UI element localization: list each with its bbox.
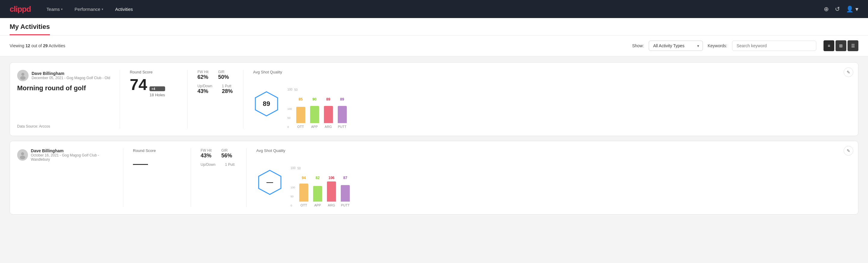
stat-1putt-value: 28% bbox=[222, 88, 233, 94]
bar-label: PUTT bbox=[338, 125, 346, 128]
viewing-count: 12 bbox=[26, 43, 30, 48]
bar-label: PUTT bbox=[341, 203, 350, 207]
card-divider-3 bbox=[243, 70, 243, 128]
card-left: Dave Billingham October 16, 2021 - Gog M… bbox=[17, 148, 114, 207]
avg-shot-quality-label: Avg Shot Quality bbox=[256, 148, 285, 153]
edit-button[interactable]: ✎ bbox=[844, 67, 853, 77]
card-user: Dave Billingham December 05, 2021 - Gog … bbox=[17, 70, 110, 81]
activity-card: Dave Billingham October 16, 2021 - Gog M… bbox=[10, 141, 858, 214]
avg-shot-quality-label: Avg Shot Quality bbox=[253, 70, 282, 74]
stat-fw-hit-value: 62% bbox=[197, 74, 209, 80]
hexagon-container: — bbox=[256, 169, 283, 196]
card-quality: Avg Shot Quality — 100 50 100 bbox=[256, 148, 851, 207]
bar-value: 89 bbox=[326, 97, 330, 101]
nav-teams[interactable]: Teams ▾ bbox=[45, 4, 64, 14]
card-score: Round Score bbox=[133, 148, 181, 207]
stat-gir: GIR 50% bbox=[218, 70, 229, 80]
bar-group: 87 PUTT bbox=[341, 176, 350, 207]
nav-performance-label: Performance bbox=[74, 7, 100, 12]
user-date: October 16, 2021 - Gog Magog Golf Club -… bbox=[31, 153, 114, 162]
svg-text:89: 89 bbox=[263, 100, 270, 108]
stat-1putt: 1 Putt bbox=[225, 163, 234, 167]
activities-container: Dave Billingham December 05, 2021 - Gog … bbox=[0, 56, 868, 221]
user-date: December 05, 2021 - Gog Magog Golf Club … bbox=[32, 76, 110, 80]
stat-fw-hit: FW Hit 62% bbox=[197, 70, 209, 80]
card-divider-2 bbox=[187, 70, 188, 128]
show-label: Show: bbox=[632, 43, 644, 48]
page-header: My Activities bbox=[0, 18, 868, 35]
bar-chart: 94 OTT 82 APP 106 ARG bbox=[297, 180, 352, 207]
stats-row-1: FW Hit 62% GIR 50% bbox=[197, 70, 234, 80]
stats-row-2: Up/Down 43% 1 Putt 28% bbox=[197, 84, 234, 94]
hexagon-svg: — bbox=[256, 169, 283, 196]
grid-view-button[interactable]: ⊞ bbox=[836, 40, 846, 51]
bar-value: 87 bbox=[343, 176, 347, 180]
bar-group: 94 OTT bbox=[299, 176, 308, 207]
viewing-count-text: Viewing 12 out of 29 Activities bbox=[10, 43, 625, 48]
view-buttons: ≡ ⊞ ☰ bbox=[824, 40, 858, 51]
bar-value: 106 bbox=[329, 176, 335, 180]
toolbar: Viewing 12 out of 29 Activities Show: Al… bbox=[0, 35, 868, 56]
refresh-icon[interactable]: ↺ bbox=[835, 5, 840, 12]
quality-section: — 100 50 100 50 0 bbox=[256, 158, 851, 207]
bar-value: 89 bbox=[340, 97, 344, 101]
nav-performance[interactable]: Performance ▾ bbox=[73, 4, 104, 14]
list-full-icon: ☰ bbox=[851, 43, 855, 48]
stat-gir-value: 56% bbox=[221, 152, 232, 159]
stat-gir-label: GIR bbox=[221, 148, 232, 152]
stat-gir-value: 50% bbox=[218, 74, 229, 80]
svg-point-5 bbox=[20, 155, 25, 159]
nav-activities[interactable]: Activities bbox=[114, 4, 134, 14]
user-name: Dave Billingham bbox=[31, 148, 114, 153]
activity-type-dropdown-wrapper: All Activity Types bbox=[649, 40, 703, 51]
bar-group: 106 ARG bbox=[327, 176, 336, 207]
bar-label: APP bbox=[314, 203, 321, 207]
stat-fw-hit-value: 43% bbox=[200, 152, 212, 159]
card-left: Dave Billingham December 05, 2021 - Gog … bbox=[17, 70, 110, 128]
user-info: Dave Billingham October 16, 2021 - Gog M… bbox=[31, 148, 114, 162]
card-title: Morning round of golf bbox=[17, 84, 110, 92]
score-holes: 18 Holes bbox=[150, 93, 165, 97]
list-compact-view-button[interactable]: ≡ bbox=[824, 40, 834, 51]
stat-updown-label: Up/Down bbox=[197, 84, 212, 88]
bar-label: OTT bbox=[298, 125, 304, 128]
svg-text:—: — bbox=[267, 178, 273, 186]
svg-point-0 bbox=[21, 73, 24, 76]
add-icon[interactable]: ⊕ bbox=[824, 5, 829, 12]
edit-button[interactable]: ✎ bbox=[844, 146, 853, 155]
avatar bbox=[17, 149, 28, 161]
hexagon-svg: 89 bbox=[253, 90, 280, 117]
bar-value: 90 bbox=[312, 97, 316, 101]
stat-updown-value: 43% bbox=[197, 88, 212, 94]
stats-row-2: Up/Down 1 Putt bbox=[200, 163, 237, 167]
bar-value: 94 bbox=[302, 176, 306, 180]
quality-section: 89 100 50 100 50 0 bbox=[253, 79, 851, 128]
user-avatar[interactable]: 👤 ▾ bbox=[846, 5, 858, 12]
bar-label: ARG bbox=[328, 203, 335, 207]
score-value-row: 74 +4 18 Holes bbox=[130, 77, 178, 98]
round-score-label: Round Score bbox=[130, 70, 178, 74]
list-full-view-button[interactable]: ☰ bbox=[847, 40, 858, 51]
bar-group: 90 APP bbox=[310, 97, 319, 128]
stat-1putt-label: 1 Putt bbox=[222, 84, 233, 88]
stat-gir-label: GIR bbox=[218, 70, 229, 74]
navbar-icons: ⊕ ↺ 👤 ▾ bbox=[824, 5, 858, 12]
list-compact-icon: ≡ bbox=[828, 43, 830, 48]
stat-updown: Up/Down 43% bbox=[197, 84, 212, 94]
activity-type-dropdown[interactable]: All Activity Types bbox=[649, 40, 703, 51]
card-quality: Avg Shot Quality 89 100 50 100 bbox=[253, 70, 851, 128]
chevron-down-icon: ▾ bbox=[102, 7, 103, 11]
card-stats: FW Hit 62% GIR 50% Up/Down 43% 1 Putt 28… bbox=[197, 70, 234, 128]
chevron-down-icon: ▾ bbox=[61, 7, 63, 11]
bar-group: 85 OTT bbox=[296, 97, 305, 128]
avatar bbox=[17, 70, 29, 81]
svg-point-1 bbox=[20, 76, 26, 80]
activity-card: Dave Billingham December 05, 2021 - Gog … bbox=[10, 62, 858, 136]
page-title: My Activities bbox=[10, 23, 50, 35]
stat-fw-hit-label: FW Hit bbox=[197, 70, 209, 74]
search-input[interactable] bbox=[732, 40, 816, 51]
card-stats: FW Hit 43% GIR 56% Up/Down 1 Putt bbox=[200, 148, 237, 207]
card-divider-2 bbox=[191, 148, 191, 207]
logo[interactable]: clippd bbox=[10, 4, 31, 14]
navbar: clippd Teams ▾ Performance ▾ Activities … bbox=[0, 0, 868, 18]
